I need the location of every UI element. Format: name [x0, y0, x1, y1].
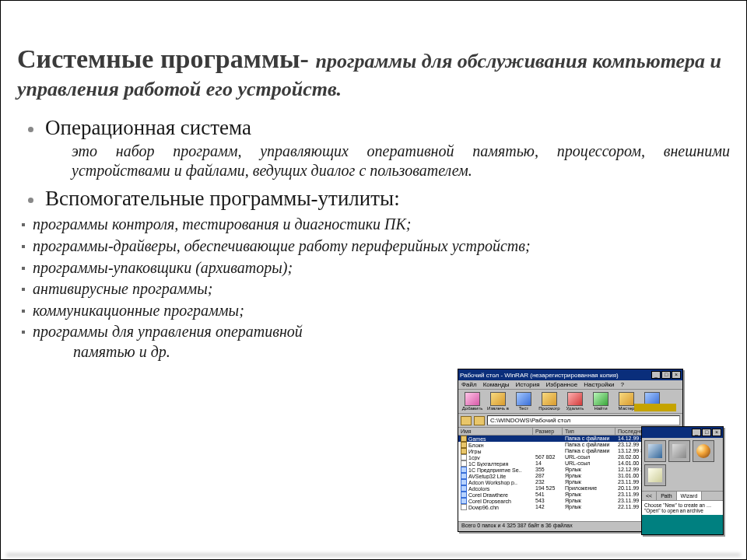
tab-path[interactable]: Path — [657, 492, 676, 500]
file-icon — [461, 467, 467, 473]
menu-item[interactable]: История — [516, 381, 540, 388]
menu-item[interactable]: Файл — [461, 381, 477, 388]
globe-icon — [696, 444, 710, 458]
sub-item: программы-драйверы, обеспечивающие работ… — [20, 236, 730, 257]
window-title: Рабочий стол - WinRAR (незарегистрирован… — [460, 372, 651, 379]
etc-line: памятью и др. — [73, 343, 730, 361]
tab-back[interactable]: << — [642, 492, 657, 500]
sub-item: программы для управления оперативной — [20, 321, 730, 343]
min-icon[interactable]: _ — [692, 429, 701, 436]
dlg-readout: Choose "New" to create an … "Open" to op… — [642, 500, 723, 515]
item-os-header: Операционная система — [45, 116, 730, 140]
close-icon[interactable]: × — [672, 371, 681, 379]
sub-list: программы контроля, тестирования и диагн… — [17, 214, 730, 343]
btn-download[interactable] — [644, 440, 666, 462]
dlg-body — [642, 438, 723, 491]
find-icon — [593, 392, 608, 406]
dlg-tabs: << Path Wizard — [642, 491, 723, 500]
wizard-icon — [619, 392, 634, 406]
file-icon — [461, 448, 467, 454]
view-icon — [542, 392, 557, 406]
close-icon[interactable]: × — [712, 429, 721, 436]
file-icon — [461, 485, 467, 492]
file-icon — [461, 504, 467, 510]
max-icon[interactable]: □ — [702, 429, 711, 436]
tool-delete[interactable]: Удалить — [563, 392, 587, 411]
item-util: Вспомогательные программы-утилиты: — [23, 187, 730, 211]
main-list: Операционная система это набор программ,… — [17, 116, 730, 211]
file-icon — [461, 454, 467, 460]
tool-view[interactable]: Просмотр — [538, 392, 561, 411]
sub-item: коммуникационные программы; — [20, 300, 730, 322]
keys-icon — [672, 444, 686, 458]
menu-item[interactable]: Команды — [483, 381, 510, 388]
menu-item[interactable]: ? — [620, 381, 623, 388]
sub-item: антивирусные программы; — [20, 278, 730, 300]
menubar[interactable]: Файл Команды История Избранное Настройки… — [458, 380, 682, 390]
extract-icon — [490, 392, 506, 406]
tool-test[interactable]: Тест — [512, 392, 535, 411]
hand-icon — [648, 468, 662, 482]
tool-extract[interactable]: Извлечь в — [486, 392, 510, 411]
file-icon — [461, 442, 467, 448]
books-icon — [465, 392, 480, 406]
file-icon — [461, 473, 467, 479]
tool-find[interactable]: Найти — [589, 392, 612, 411]
btn-hand[interactable] — [644, 464, 666, 486]
up-icon[interactable] — [461, 416, 472, 425]
file-icon — [461, 498, 467, 504]
folder-icon — [474, 416, 485, 425]
sub-item: программы контроля, тестирования и диагн… — [20, 214, 730, 236]
file-icon — [461, 460, 467, 467]
shadow — [6, 553, 741, 557]
sub-item: программы-упаковщики (архиваторы); — [20, 257, 730, 279]
file-icon — [461, 492, 467, 498]
tool-add[interactable]: Добавить — [461, 392, 484, 411]
btn-globe[interactable] — [693, 440, 714, 462]
file-icon — [461, 479, 467, 485]
max-icon[interactable]: □ — [661, 371, 671, 379]
dlg-titlebar[interactable]: _ □ × — [642, 427, 723, 438]
download-icon — [648, 444, 662, 458]
item-util-header: Вспомогательные программы-утилиты: — [45, 187, 730, 211]
wizard-dialog: _ □ × << Path Wizard Choose "New" to cre… — [641, 426, 724, 535]
menu-item[interactable]: Избранное — [546, 381, 578, 388]
menu-item[interactable]: Настройки — [584, 381, 614, 388]
title-bold: Системные программы- — [17, 44, 309, 73]
btn-keys[interactable] — [668, 440, 690, 462]
item-os-def: это набор программ, управляющих оператив… — [72, 142, 730, 180]
test-icon — [516, 392, 531, 406]
titlebar[interactable]: Рабочий стол - WinRAR (незарегистрирован… — [458, 369, 682, 380]
slide: Системные программы- программы для обслу… — [0, 0, 747, 560]
min-icon[interactable]: _ — [651, 371, 661, 379]
slide-title: Системные программы- программы для обслу… — [17, 45, 730, 100]
item-os: Операционная система это набор программ,… — [23, 116, 730, 180]
file-icon — [461, 436, 467, 442]
delete-icon — [567, 392, 583, 406]
path-field[interactable]: C:\WINDOWS\Рабочий стол — [487, 415, 680, 425]
sel-date-overlay — [634, 404, 676, 411]
tab-wizard[interactable]: Wizard — [677, 492, 703, 500]
